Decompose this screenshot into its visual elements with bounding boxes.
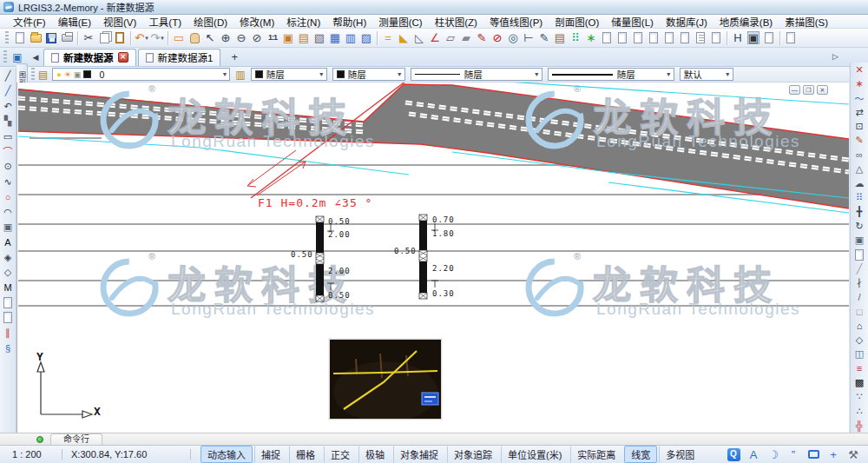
copy-icon[interactable] — [96, 30, 112, 46]
annotation-icon[interactable]: A — [746, 446, 761, 462]
info-icon[interactable]: ◎ — [505, 30, 521, 46]
shape-combo-icon[interactable]: ▚ — [1, 114, 16, 129]
zoom-window-icon[interactable]: ▭ — [171, 30, 187, 46]
new-tab-button[interactable]: + — [227, 50, 241, 63]
undo-icon[interactable]: ↶ — [134, 30, 149, 46]
spline-icon[interactable]: ∿ — [1, 175, 16, 189]
chevron-down-icon[interactable]: ▼ — [662, 71, 672, 77]
wrench-icon[interactable]: ⚒ — [845, 446, 861, 462]
paste-icon[interactable] — [112, 30, 128, 46]
menu-modify[interactable]: 修改(M) — [233, 15, 280, 29]
zoom-extents-icon[interactable]: ⊘ — [249, 30, 265, 46]
ellipse-icon[interactable]: ○ — [1, 189, 16, 204]
hatch-fill-icon[interactable]: ▩ — [852, 376, 867, 390]
quick-zoom-icon[interactable]: Q — [726, 446, 741, 462]
mirror-icon[interactable]: △ — [852, 162, 867, 176]
cloud-icon[interactable]: ☁ — [852, 176, 867, 190]
doc1-icon[interactable] — [599, 30, 615, 46]
color2-select[interactable]: 随层 ▼ — [332, 68, 405, 81]
crop-icon[interactable]: ⊡ — [852, 120, 867, 134]
toggle-grid[interactable]: 栅格 — [289, 446, 322, 463]
edit-note-icon[interactable]: ✎ — [536, 30, 552, 46]
docB-icon[interactable] — [1, 310, 16, 325]
save-icon[interactable] — [43, 30, 59, 46]
arc-icon[interactable]: ◠ — [1, 205, 16, 220]
quote-icon[interactable]: ” — [786, 446, 801, 462]
doc5-icon[interactable] — [661, 30, 677, 46]
pencil-icon[interactable]: ✎ — [852, 134, 867, 148]
toggle-multiview[interactable]: 多视图 — [659, 446, 701, 463]
new-file-icon[interactable] — [12, 30, 28, 46]
text-icon[interactable]: A — [1, 235, 16, 249]
close-icon[interactable]: ✕ — [817, 85, 828, 95]
toggle-ortho[interactable]: 正交 — [324, 446, 357, 463]
menu-database[interactable]: 数据库(J) — [660, 15, 713, 29]
box3d-icon[interactable]: ◫ — [852, 347, 867, 361]
doc3-icon[interactable] — [630, 30, 646, 46]
attribute-icon[interactable]: ▤ — [552, 30, 568, 46]
redo-icon[interactable]: ↷ — [149, 30, 165, 46]
chevron-down-icon[interactable]: ▼ — [393, 71, 403, 77]
doc4-icon[interactable] — [646, 30, 661, 46]
rotate-icon[interactable]: ↻ — [852, 219, 867, 233]
s-curve-icon[interactable]: § — [1, 341, 16, 355]
moon-icon[interactable]: ☽ — [766, 446, 781, 462]
menu-annotate[interactable]: 标注(N) — [280, 15, 326, 29]
title-bar[interactable]: LRGIS3.2-Memory - 新建数据源 — [0, 0, 868, 15]
tile-window-icon[interactable]: ▥ — [343, 30, 358, 46]
chevron-down-icon[interactable]: ▼ — [721, 71, 731, 77]
align1-icon[interactable]: ∵ — [852, 390, 867, 404]
doc9-icon[interactable] — [783, 30, 799, 46]
regen-icon[interactable]: ▧ — [312, 30, 327, 46]
link-icon[interactable]: ∞ — [852, 148, 867, 162]
arc-curve-icon[interactable]: ↶ — [1, 99, 16, 114]
line-icon[interactable]: ╱ — [1, 69, 16, 83]
doc6-icon[interactable] — [677, 30, 693, 46]
menu-geology-log[interactable]: 地质编录(B) — [713, 15, 779, 29]
break-line2-icon[interactable]: / — [852, 290, 867, 304]
menu-tools[interactable]: 工具(T) — [142, 15, 187, 29]
image-icon[interactable]: ▣ — [1, 220, 16, 235]
menu-section-map[interactable]: 剖面图(O) — [549, 15, 605, 29]
zoom-in-icon[interactable]: ⊕ — [218, 30, 233, 46]
trim-icon[interactable]: ✕ — [852, 63, 867, 76]
parallel-lines-icon[interactable]: ∥ — [1, 326, 16, 341]
protractor-icon[interactable]: ◺ — [411, 30, 427, 46]
tab-document-2[interactable]: 新建数据源1 — [138, 49, 221, 66]
sparkle-icon[interactable]: ∗ — [583, 30, 599, 46]
minimize-icon[interactable]: — — [789, 85, 800, 95]
doc7-icon[interactable] — [708, 30, 724, 46]
cut-icon[interactable]: ✂ — [81, 30, 96, 46]
dock-window-icon[interactable]: ▣ — [10, 50, 24, 63]
plus-icon[interactable]: + — [825, 446, 841, 462]
layer-state-icon[interactable]: ▤ — [296, 30, 312, 46]
sun-icon[interactable]: ☀ — [64, 70, 71, 79]
box-tool-icon[interactable]: ▣ — [746, 30, 761, 46]
unit-settings[interactable]: 单位设置(米) — [501, 446, 569, 463]
named-view-icon[interactable]: ▣ — [280, 30, 296, 46]
bulb-icon[interactable]: ● — [56, 70, 61, 79]
window-icon[interactable]: ▣ — [852, 234, 867, 248]
lock-icon[interactable]: ▣ — [74, 70, 82, 79]
menu-reserve-map[interactable]: 储量图(L) — [605, 15, 660, 29]
color-select[interactable]: 随层 ▼ — [251, 68, 327, 81]
m-tool-icon[interactable]: M — [1, 280, 16, 294]
tab-scroll-right[interactable]: ▷ — [832, 52, 838, 61]
field-photo[interactable] — [329, 339, 442, 420]
menu-draw[interactable]: 绘图(D) — [187, 15, 233, 29]
hatch-block-icon[interactable]: ◈ — [1, 250, 16, 265]
table-icon[interactable]: ▦ — [327, 30, 343, 46]
curve-edit-icon[interactable]: ～ — [852, 91, 867, 105]
circle-icon[interactable]: ⊙ — [1, 159, 16, 174]
toggle-snap[interactable]: 捕捉 — [254, 446, 287, 463]
monitor-icon[interactable] — [806, 446, 821, 462]
polygon1-icon[interactable]: ⌂ — [852, 319, 867, 333]
chevron-down-icon[interactable]: ▼ — [315, 71, 325, 77]
array-icon[interactable]: ⠿ — [852, 191, 867, 205]
layer-properties-icon[interactable]: ▥ — [235, 69, 245, 81]
doc8-icon[interactable] — [761, 30, 777, 46]
toggle-lineweight[interactable]: 线宽 — [624, 446, 657, 463]
toggle-polar[interactable]: 极轴 — [358, 446, 391, 463]
tab-scroll-left[interactable]: ◀ — [30, 53, 42, 62]
stretch-icon[interactable]: ⇄ — [852, 105, 867, 119]
